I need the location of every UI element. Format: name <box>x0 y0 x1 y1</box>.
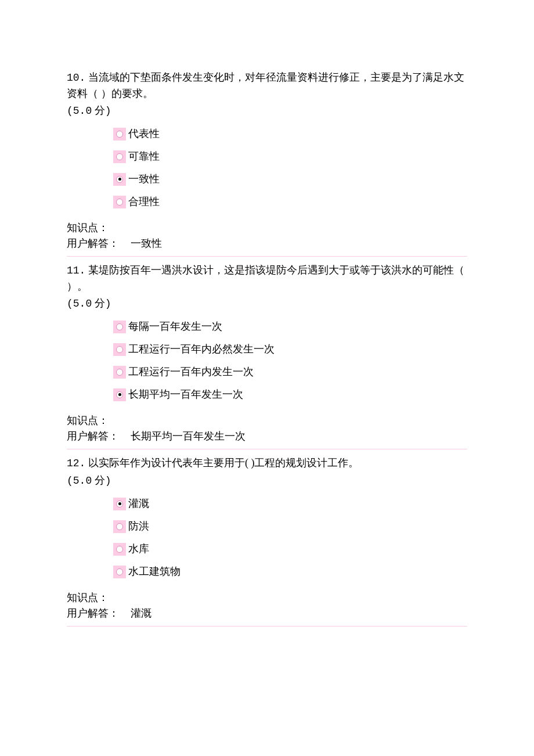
question-number: 11. <box>67 265 85 276</box>
option-label: 长期平均一百年发生一次 <box>127 387 243 402</box>
option-label: 代表性 <box>127 126 160 142</box>
divider <box>67 256 467 257</box>
knowledge-point-label: 知识点： <box>67 590 131 606</box>
knowledge-point-label: 知识点： <box>67 413 131 429</box>
knowledge-point-label: 知识点： <box>67 220 131 236</box>
option-label: 水工建筑物 <box>127 564 181 579</box>
options-list: 代表性 可靠性 一致性 合理性 <box>67 126 467 210</box>
question-body: 某堤防按百年一遇洪水设计，这是指该堤防今后遇到大于或等于该洪水的可能性（ ）。 <box>67 264 464 292</box>
radio-icon[interactable] <box>113 321 126 333</box>
user-answer-value: 灌溉 <box>131 606 151 621</box>
option-label: 防洪 <box>127 519 149 534</box>
radio-icon[interactable] <box>113 196 126 208</box>
option-item[interactable]: 水工建筑物 <box>113 564 467 579</box>
question-text: 11. 某堤防按百年一遇洪水设计，这是指该堤防今后遇到大于或等于该洪水的可能性（… <box>67 262 467 294</box>
answer-block: 知识点： 用户解答： 长期平均一百年发生一次 <box>67 413 467 444</box>
option-label: 工程运行一百年内必然发生一次 <box>127 341 275 357</box>
user-answer-label: 用户解答： <box>67 429 131 444</box>
option-label: 灌溉 <box>127 496 149 512</box>
option-item[interactable]: 合理性 <box>113 194 467 210</box>
question-block: 10. 当流域的下垫面条件发生变化时，对年径流量资料进行修正，主要是为了满足水文… <box>67 70 467 251</box>
option-item[interactable]: 长期平均一百年发生一次 <box>113 387 467 402</box>
question-block: 12. 以实际年作为设计代表年主要用于( )工程的规划设计工作。 (5.0 分)… <box>67 455 467 621</box>
radio-icon[interactable] <box>113 498 126 510</box>
user-answer-label: 用户解答： <box>67 606 131 621</box>
options-list: 灌溉 防洪 水库 水工建筑物 <box>67 496 467 579</box>
user-answer-value: 长期平均一百年发生一次 <box>131 429 246 444</box>
option-label: 可靠性 <box>127 149 160 164</box>
option-item[interactable]: 每隔一百年发生一次 <box>113 319 467 334</box>
question-number: 12. <box>67 458 85 469</box>
option-label: 一致性 <box>127 171 160 187</box>
option-label: 合理性 <box>127 194 160 210</box>
option-item[interactable]: 灌溉 <box>113 496 467 512</box>
radio-icon[interactable] <box>113 366 126 379</box>
question-points: (5.0 分) <box>67 473 467 489</box>
user-answer-label: 用户解答： <box>67 236 131 251</box>
radio-icon[interactable] <box>113 128 126 141</box>
question-body: 以实际年作为设计代表年主要用于( )工程的规划设计工作。 <box>88 457 359 469</box>
option-label: 水库 <box>127 541 149 557</box>
option-item[interactable]: 工程运行一百年内必然发生一次 <box>113 341 467 357</box>
option-item[interactable]: 可靠性 <box>113 149 467 164</box>
answer-block: 知识点： 用户解答： 灌溉 <box>67 590 467 621</box>
option-label: 每隔一百年发生一次 <box>127 319 222 334</box>
question-text: 10. 当流域的下垫面条件发生变化时，对年径流量资料进行修正，主要是为了满足水文… <box>67 70 467 102</box>
user-answer-value: 一致性 <box>131 236 162 251</box>
option-label: 工程运行一百年内发生一次 <box>127 364 254 380</box>
radio-icon[interactable] <box>113 388 126 401</box>
option-item[interactable]: 水库 <box>113 541 467 557</box>
answer-block: 知识点： 用户解答： 一致性 <box>67 220 467 251</box>
radio-icon[interactable] <box>113 566 126 578</box>
divider <box>67 449 467 449</box>
radio-icon[interactable] <box>113 520 126 533</box>
question-block: 11. 某堤防按百年一遇洪水设计，这是指该堤防今后遇到大于或等于该洪水的可能性（… <box>67 262 467 444</box>
question-text: 12. 以实际年作为设计代表年主要用于( )工程的规划设计工作。 <box>67 455 467 471</box>
radio-icon[interactable] <box>113 343 126 356</box>
question-number: 10. <box>67 72 85 84</box>
question-body: 当流域的下垫面条件发生变化时，对年径流量资料进行修正，主要是为了满足水文资料（ … <box>67 71 464 99</box>
options-list: 每隔一百年发生一次 工程运行一百年内必然发生一次 工程运行一百年内发生一次 长期… <box>67 319 467 402</box>
option-item[interactable]: 工程运行一百年内发生一次 <box>113 364 467 380</box>
divider <box>67 626 467 627</box>
option-item[interactable]: 防洪 <box>113 519 467 534</box>
radio-icon[interactable] <box>113 150 126 163</box>
question-points: (5.0 分) <box>67 296 467 312</box>
radio-icon[interactable] <box>113 173 126 186</box>
option-item[interactable]: 代表性 <box>113 126 467 142</box>
question-points: (5.0 分) <box>67 103 467 119</box>
radio-icon[interactable] <box>113 543 126 556</box>
option-item[interactable]: 一致性 <box>113 171 467 187</box>
